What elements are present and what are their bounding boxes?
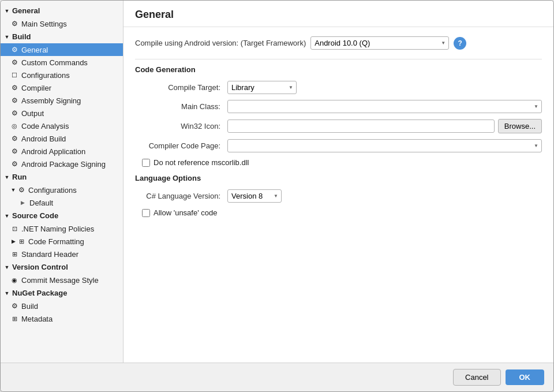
toggle-version-control: ▼ [3,263,11,271]
browse-button[interactable]: Browse... [498,119,542,133]
csharp-version-select[interactable]: Version 8Version 7.3Version 7.2Default [227,189,282,203]
sidebar-item-commit-message-style[interactable]: Commit Message Style [1,274,123,286]
box-icon [10,70,19,80]
sidebar-item-android-application[interactable]: Android Application [1,145,123,158]
sidebar-item-android-package-signing[interactable]: Android Package Signing [1,158,123,170]
win32-icon-input[interactable] [227,120,495,133]
main-class-label: Main Class: [135,102,227,111]
sidebar-item-label: Custom Commands [21,58,88,67]
main-class-select[interactable] [227,100,542,113]
circle-icon [10,121,19,130]
sidebar-item-label: Assembly Signing [21,96,81,105]
table-icon [10,249,19,259]
main-class-row: Main Class: [135,100,542,113]
dont-reference-label: Do not reference mscorlib.dll [154,158,249,167]
expand-icon: ▼ [10,186,17,194]
win32-icon-control: Browse... [227,119,542,133]
sidebar-item-label: Configurations [21,71,70,80]
unsafe-code-checkbox[interactable] [142,209,150,217]
table-icon [10,314,19,323]
unsafe-code-row: Allow 'unsafe' code [135,208,542,217]
compile-target-label: Compile Target: [135,83,227,92]
code-generation-title: Code Generation [135,65,542,74]
sidebar-item-custom-commands[interactable]: Custom Commands [1,56,123,69]
ok-button[interactable]: OK [506,369,545,385]
compile-target-select[interactable]: LibraryExecutableModule [227,81,297,94]
sidebar: ▼ General Main Settings ▼ Build General … [1,1,123,363]
sidebar-item-code-formatting[interactable]: ▶ Code Formatting [1,235,123,248]
sidebar-item-nuget-build[interactable]: Build [1,300,123,312]
compiler-code-page-control [227,139,542,152]
gear-icon [10,159,19,169]
compile-target-row: Compile Target: LibraryExecutableModule [135,81,542,94]
sidebar-section-run-label: Run [12,173,27,181]
sidebar-section-general[interactable]: ▼ General [1,4,123,17]
sidebar-section-build[interactable]: ▼ Build [1,30,123,43]
sidebar-item-net-naming[interactable]: .NET Naming Policies [1,222,123,235]
compile-version-wrapper: Android 10.0 (Q)Android 9.0 (Pie)Android… [310,36,449,50]
sidebar-item-run-default[interactable]: ▶ Default [1,196,123,209]
gear-icon [10,83,19,92]
sidebar-item-android-build[interactable]: Android Build [1,132,123,145]
sidebar-item-label: Metadata [21,315,53,323]
language-options-title: Language Options [135,174,542,182]
sidebar-item-nuget-metadata[interactable]: Metadata [1,312,123,325]
sidebar-item-label: Android Package Signing [21,160,106,169]
main-class-control [227,100,542,113]
gear-icon [10,19,19,28]
gear-icon [10,301,19,311]
sidebar-section-general-label: General [12,6,40,15]
sidebar-item-compiler[interactable]: Compiler [1,81,123,94]
gear-icon [10,96,19,105]
sidebar-item-output[interactable]: Output [1,107,123,120]
sidebar-section-nuget-label: NuGet Package [12,289,67,297]
compile-row: Compile using Android version: (Target F… [135,36,542,50]
sidebar-item-label: General [21,46,48,54]
sidebar-item-assembly-signing[interactable]: Assembly Signing [1,94,123,107]
sidebar-item-main-settings[interactable]: Main Settings [1,17,123,30]
gear-icon [10,147,19,156]
toggle-run: ▼ [3,173,11,181]
toggle-general: ▼ [3,7,11,15]
sidebar-item-label: Commit Message Style [21,276,99,285]
divider [135,59,542,59]
toggle-build: ▼ [3,33,11,41]
sidebar-item-configurations[interactable]: Configurations [1,69,123,81]
unsafe-code-label: Allow 'unsafe' code [154,208,217,217]
csharp-version-row: C# Language Version: Version 8Version 7.… [135,189,542,203]
sidebar-item-label: Code Formatting [28,237,84,246]
toggle-source-code: ▼ [3,212,11,220]
cancel-button[interactable]: Cancel [453,369,500,386]
sidebar-item-label: .NET Naming Policies [21,225,94,233]
compiler-code-page-wrapper [227,139,542,152]
sidebar-section-run[interactable]: ▼ Run [1,170,123,184]
sidebar-item-run-configurations[interactable]: ▼ Configurations [1,184,123,196]
compiler-code-page-select[interactable] [227,139,542,152]
sidebar-item-label: Android Build [21,135,66,143]
sidebar-item-label: Output [21,109,44,118]
csharp-version-wrapper: Version 8Version 7.3Version 7.2Default [227,189,282,203]
compiler-code-page-label: Compiler Code Page: [135,141,227,150]
main-body: Compile using Android version: (Target F… [123,27,553,363]
sidebar-item-code-analysis[interactable]: Code Analysis [1,120,123,132]
compile-target-wrapper: LibraryExecutableModule [227,81,297,94]
sidebar-section-source-code-label: Source Code [12,211,58,220]
compile-label: Compile using Android version: (Target F… [135,39,306,47]
triangle-icon: ▶ [18,198,27,207]
help-button[interactable]: ? [454,37,466,50]
dont-reference-checkbox[interactable] [142,159,150,167]
language-options-section: Language Options C# Language Version: Ve… [135,174,542,217]
sidebar-section-source-code[interactable]: ▼ Source Code [1,209,123,222]
sidebar-item-standard-header[interactable]: Standard Header [1,248,123,260]
sidebar-item-label: Default [29,199,53,207]
gear-icon [10,58,19,67]
sidebar-item-label: Main Settings [21,20,67,28]
sidebar-item-label: Build [21,302,38,311]
compile-version-select[interactable]: Android 10.0 (Q)Android 9.0 (Pie)Android… [310,36,449,50]
dialog-body: ▼ General Main Settings ▼ Build General … [1,1,553,363]
table-icon [17,237,26,246]
sidebar-section-nuget-package[interactable]: ▼ NuGet Package [1,286,123,300]
sidebar-item-general[interactable]: General [1,43,123,56]
commit-icon [10,275,19,285]
sidebar-section-version-control[interactable]: ▼ Version Control [1,260,123,274]
